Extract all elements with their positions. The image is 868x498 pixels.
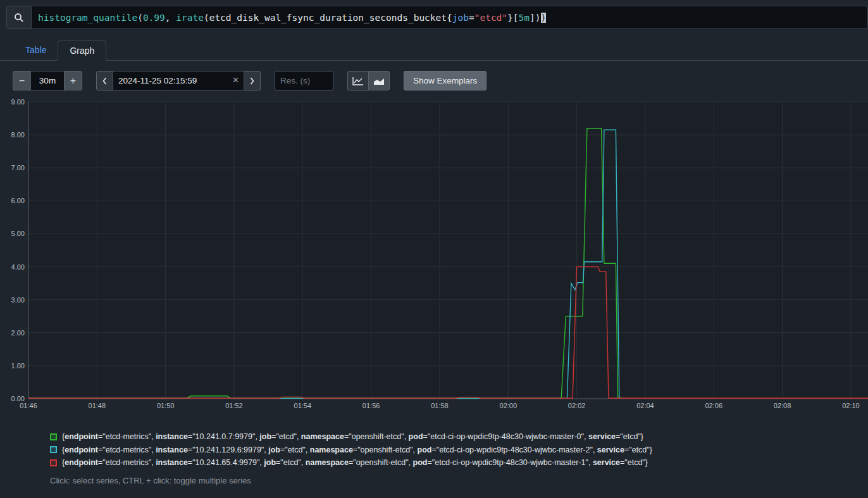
range-control: − +: [13, 71, 82, 90]
range-increase-button[interactable]: +: [64, 71, 82, 90]
svg-text:01:48: 01:48: [89, 402, 106, 409]
query-token: irate: [176, 13, 204, 23]
datetime-input[interactable]: [113, 71, 244, 90]
svg-text:1.00: 1.00: [11, 362, 25, 370]
graph-controls: − + ✕ S: [13, 71, 868, 90]
query-token: =: [469, 13, 474, 23]
legend-list: {endpoint="etcd-metrics", instance="10.2…: [50, 430, 868, 470]
svg-text:01:50: 01:50: [157, 402, 175, 409]
query-token: "etcd": [474, 13, 507, 23]
query-token: (: [137, 13, 143, 23]
tab-table[interactable]: Table: [14, 40, 58, 60]
panel-tabs: Table Graph: [0, 40, 868, 61]
query-input[interactable]: histogram_quantile(0.99, irate(etcd_disk…: [32, 6, 868, 29]
svg-text:01:58: 01:58: [431, 402, 449, 409]
svg-text:02:04: 02:04: [636, 402, 654, 409]
query-token: 5m: [519, 13, 530, 23]
search-icon: [14, 13, 24, 23]
svg-text:6.00: 6.00: [11, 197, 25, 204]
svg-text:3.00: 3.00: [11, 296, 25, 304]
legend-swatch: [50, 459, 57, 466]
svg-text:02:00: 02:00: [500, 402, 518, 409]
clear-datetime-icon[interactable]: ✕: [232, 76, 239, 84]
query-token: ,: [165, 13, 176, 23]
query-token: ): [541, 13, 547, 23]
range-input[interactable]: [30, 71, 65, 90]
svg-text:02:02: 02:02: [568, 402, 586, 409]
svg-text:01:52: 01:52: [225, 402, 243, 409]
line-graph-button[interactable]: [347, 71, 369, 90]
time-control: ✕: [96, 71, 261, 90]
time-forward-button[interactable]: [244, 71, 261, 90]
svg-text:02:06: 02:06: [705, 402, 722, 409]
tab-graph[interactable]: Graph: [58, 40, 106, 61]
svg-text:0.00: 0.00: [11, 395, 25, 402]
svg-text:8.00: 8.00: [11, 131, 25, 139]
legend-item[interactable]: {endpoint="etcd-metrics", instance="10.2…: [50, 430, 868, 444]
line-chart-icon: [352, 77, 364, 85]
legend-item[interactable]: {endpoint="etcd-metrics", instance="10.2…: [50, 444, 868, 457]
svg-text:01:56: 01:56: [363, 402, 380, 409]
query-token: ]): [530, 13, 540, 23]
svg-text:01:46: 01:46: [20, 402, 37, 409]
svg-text:02:10: 02:10: [842, 402, 860, 409]
time-series-chart[interactable]: 01:4601:4801:5001:5201:5401:5601:5802:00…: [0, 97, 868, 414]
legend-swatch: [50, 446, 57, 453]
svg-text:5.00: 5.00: [11, 230, 25, 237]
query-token: }[: [507, 13, 518, 23]
stacked-chart-icon: [373, 77, 385, 85]
query-bar: histogram_quantile(0.99, irate(etcd_disk…: [6, 6, 868, 29]
legend-swatch: [50, 433, 57, 440]
svg-text:02:08: 02:08: [774, 402, 791, 409]
svg-text:4.00: 4.00: [11, 263, 25, 271]
svg-text:2.00: 2.00: [11, 329, 25, 337]
query-token: job: [452, 13, 469, 23]
query-token: 0.99: [143, 13, 165, 23]
resolution-input[interactable]: [275, 71, 333, 90]
svg-text:7.00: 7.00: [11, 164, 25, 171]
series-labels: {endpoint="etcd-metrics", instance="10.2…: [62, 432, 643, 441]
stacked-graph-button[interactable]: [368, 71, 390, 90]
series-labels: {endpoint="etcd-metrics", instance="10.2…: [62, 445, 652, 454]
datetime-field: ✕: [113, 71, 244, 90]
time-back-button[interactable]: [96, 71, 113, 90]
legend-hint: Click: select series, CTRL + click: togg…: [50, 476, 868, 485]
execute-query-button[interactable]: [6, 6, 32, 29]
show-exemplars-button[interactable]: Show Exemplars: [404, 71, 487, 90]
svg-text:9.00: 9.00: [11, 98, 25, 106]
graph-panel: 01:4601:4801:5001:5201:5401:5601:5802:00…: [0, 97, 868, 485]
svg-text:01:54: 01:54: [294, 402, 312, 409]
query-token: (etcd_disk_wal_fsync_duration_seconds_bu…: [204, 13, 452, 23]
graph-type-toggle: [347, 71, 390, 90]
legend-item[interactable]: {endpoint="etcd-metrics", instance="10.2…: [50, 456, 868, 470]
query-token: histogram_quantile: [38, 13, 137, 23]
chevron-right-icon: [249, 77, 255, 85]
chevron-left-icon: [102, 77, 108, 85]
range-decrease-button[interactable]: −: [13, 71, 31, 90]
series-labels: {endpoint="etcd-metrics", instance="10.2…: [62, 458, 648, 467]
